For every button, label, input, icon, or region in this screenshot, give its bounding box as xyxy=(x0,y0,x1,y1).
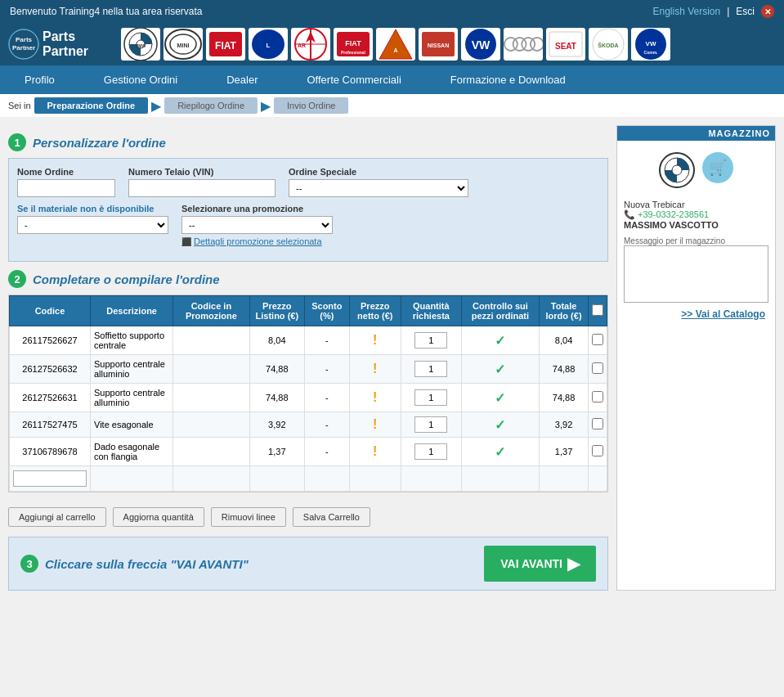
cell-quantita-3 xyxy=(401,412,461,438)
panel-dealer: Nuova Trebicar 📞 +39-0332-238561 MASSIMO… xyxy=(624,200,768,230)
brand-bmw[interactable]: BMW xyxy=(121,28,160,61)
aggiorna-button[interactable]: Aggiorna quantità xyxy=(113,507,204,527)
cell-sconto-4: - xyxy=(305,438,350,466)
qty-input-2[interactable] xyxy=(414,389,447,406)
col-totale: Totale lordo (€) xyxy=(540,296,589,326)
row-checkbox-3[interactable] xyxy=(592,418,603,429)
catalog-link[interactable]: >> Vai al Catalogo xyxy=(624,305,768,323)
panel-body: 🛒 Nuova Trebicar 📞 +39-0332-238561 MASSI… xyxy=(617,141,775,330)
right-panel: MAGAZZINO 🛒 Nuova Trebicar xyxy=(616,125,776,591)
brand-lancia[interactable]: L xyxy=(249,28,288,61)
warning-icon-0: ! xyxy=(373,333,377,347)
nome-ordine-input[interactable] xyxy=(17,179,115,197)
breadcrumb-invio: Invio Ordine xyxy=(274,97,348,114)
promo-details-link[interactable]: ⬛ Dettagli promozione selezionata xyxy=(181,236,333,246)
row-checkbox-4[interactable] xyxy=(592,445,603,456)
qty-input-1[interactable] xyxy=(414,361,447,377)
english-version-link[interactable]: English Version xyxy=(652,6,720,17)
step-preparazione-label[interactable]: Preparazione Ordine xyxy=(34,97,149,114)
row-checkbox-1[interactable] xyxy=(592,362,603,374)
table-row: 26127526631 Supporto centrale alluminio … xyxy=(10,384,607,412)
svg-text:AR: AR xyxy=(298,43,306,48)
brand-fiat-professional[interactable]: FIAT Professional xyxy=(334,28,373,61)
nav-dealer[interactable]: Dealer xyxy=(202,65,282,94)
svg-text:Parts: Parts xyxy=(16,36,33,43)
cell-quantita-2 xyxy=(401,384,461,412)
ordine-speciale-label: Ordine Speciale xyxy=(289,167,468,177)
cell-quantita-4 xyxy=(401,438,461,466)
col-sconto: Sconto (%) xyxy=(305,296,350,326)
brand-abarth[interactable]: A xyxy=(376,28,415,61)
brand-logos: BMW MINI FIAT L xyxy=(121,28,776,61)
svg-point-38 xyxy=(672,165,682,175)
msg-textarea[interactable] xyxy=(624,245,768,303)
promo-select[interactable]: -- Promo 1 Promo 2 xyxy=(181,216,333,234)
qty-input-3[interactable] xyxy=(414,416,447,433)
brand-seat[interactable]: SEAT xyxy=(546,28,585,61)
salva-button[interactable]: Salva Carrello xyxy=(293,507,370,527)
nav-formazione-download[interactable]: Formazione e Download xyxy=(426,65,590,94)
cell-prezzo-netto-0: ! xyxy=(349,326,401,355)
row-checkbox-0[interactable] xyxy=(592,334,603,345)
numero-telaio-label: Numero Telaio (VIN) xyxy=(128,167,276,177)
logout-link[interactable]: Esci xyxy=(736,6,755,17)
step-riepilogo-label[interactable]: Riepilogo Ordine xyxy=(164,97,258,114)
cell-controllo-1: ✓ xyxy=(461,355,540,384)
svg-text:Professional: Professional xyxy=(341,50,366,55)
qty-input-0[interactable] xyxy=(414,332,447,348)
aggiungi-button[interactable]: Aggiungi al carrello xyxy=(8,507,106,527)
cell-prezzo-netto-4: ! xyxy=(349,438,401,466)
cart-icon[interactable]: 🛒 xyxy=(702,152,733,183)
brand-fiat[interactable]: FIAT xyxy=(206,28,245,61)
svg-text:FIAT: FIAT xyxy=(215,40,236,52)
nav-bar: Profilo Gestione Ordini Dealer Offerte C… xyxy=(0,65,784,94)
nav-profilo[interactable]: Profilo xyxy=(0,65,79,94)
numero-telaio-group: Numero Telaio (VIN) xyxy=(128,167,276,197)
nav-gestione-ordini[interactable]: Gestione Ordini xyxy=(79,65,202,94)
breadcrumb-arrow-1: ▶ xyxy=(151,98,161,114)
ordine-speciale-select[interactable]: -- xyxy=(289,179,468,197)
brand-audi[interactable] xyxy=(504,28,543,61)
logo-bar: Parts Partner PartsPartner BMW MINI xyxy=(0,23,784,65)
check-icon-2: ✓ xyxy=(495,391,505,405)
nav-offerte-commerciali[interactable]: Offerte Commerciali xyxy=(282,65,425,94)
cell-codice-promo-2 xyxy=(173,384,249,412)
materiale-select[interactable]: - Opzione 1 Opzione 2 xyxy=(17,216,168,234)
select-all-checkbox[interactable] xyxy=(592,304,603,316)
cell-checkbox-2 xyxy=(588,384,607,412)
brand-vw-commercial[interactable]: VW Comm. xyxy=(631,28,670,61)
dealer-phone: 📞 +39-0332-238561 xyxy=(624,209,768,220)
numero-telaio-input[interactable] xyxy=(128,179,276,197)
warning-icon-1: ! xyxy=(373,362,377,375)
cell-totale-4: 1,37 xyxy=(540,438,589,466)
section3-number: 3 xyxy=(20,555,38,573)
cell-controllo-4: ✓ xyxy=(461,438,540,466)
panel-logos: 🛒 xyxy=(624,147,768,196)
col-quantita: Quantità richiesta xyxy=(401,296,461,326)
promo-link-text[interactable]: Dettagli promozione selezionata xyxy=(194,236,322,246)
brand-mini[interactable]: MINI xyxy=(164,28,203,61)
new-codice-input[interactable] xyxy=(13,470,87,487)
step-invio-label[interactable]: Invio Ordine xyxy=(274,97,348,114)
cell-prezzo-listino-3: 3,92 xyxy=(249,412,304,438)
close-icon[interactable]: ✕ xyxy=(761,5,774,18)
section3-title: Cliccare sulla freccia "VAI AVANTI" xyxy=(45,557,249,571)
row-checkbox-2[interactable] xyxy=(592,391,603,402)
vai-avanti-button[interactable]: VAI AVANTI ▶ xyxy=(484,546,596,582)
cell-codice-promo-3 xyxy=(173,412,249,438)
brand-skoda[interactable]: ŠKODA xyxy=(589,28,628,61)
cell-totale-0: 8,04 xyxy=(540,326,589,355)
panel-header: MAGAZZINO xyxy=(617,126,775,141)
rimuovi-button[interactable]: Rimuovi linee xyxy=(211,507,286,527)
brand-nissan[interactable]: NISSAN xyxy=(419,28,458,61)
left-panel: 1 Personalizzare l'ordine Nome Ordine Nu… xyxy=(8,125,608,591)
panel-bmw-logo xyxy=(659,152,696,191)
brand-alfa-romeo[interactable]: AR xyxy=(291,28,330,61)
cell-sconto-1: - xyxy=(305,355,350,384)
brand-vw[interactable]: VW xyxy=(461,28,500,61)
msg-label: Messaggio per il magazzino xyxy=(624,236,768,245)
qty-input-4[interactable] xyxy=(414,443,447,460)
svg-text:L: L xyxy=(267,42,271,49)
action-buttons: Aggiungi al carrello Aggiorna quantità R… xyxy=(8,501,608,533)
cell-codice-4: 37106789678 xyxy=(10,438,91,466)
